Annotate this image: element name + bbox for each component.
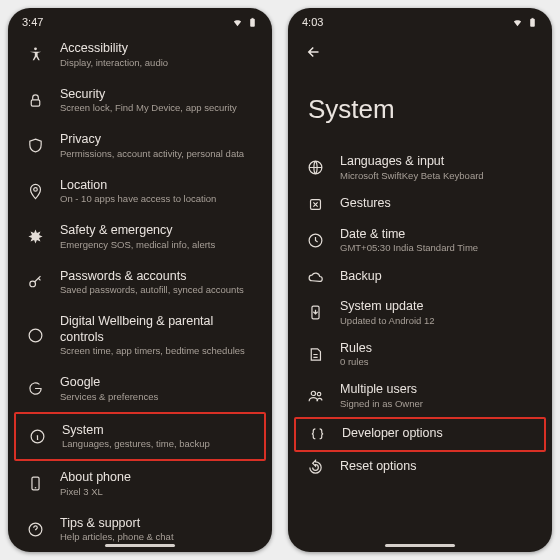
- svg-rect-3: [31, 100, 40, 106]
- wifi-icon: [512, 17, 523, 28]
- accessibility-icon: [24, 46, 46, 63]
- svg-rect-0: [250, 18, 255, 26]
- svg-point-6: [29, 329, 42, 342]
- item-security[interactable]: SecurityScreen lock, Find My Device, app…: [14, 78, 266, 124]
- back-button[interactable]: [300, 38, 328, 66]
- svg-point-5: [29, 281, 35, 287]
- rules-icon: [304, 346, 326, 363]
- braces-icon: [306, 426, 328, 443]
- item-reset[interactable]: Reset options: [294, 452, 546, 483]
- svg-rect-10: [530, 18, 535, 26]
- item-accessibility[interactable]: AccessibilityDisplay, interaction, audio: [14, 32, 266, 78]
- wifi-icon: [232, 17, 243, 28]
- cloud-icon: [304, 268, 326, 285]
- clock-icon: [304, 232, 326, 249]
- status-icons: [232, 17, 258, 28]
- item-backup[interactable]: Backup: [294, 261, 546, 292]
- item-about[interactable]: About phonePixel 3 XL: [14, 461, 266, 507]
- item-passwords[interactable]: Passwords & accountsSaved passwords, aut…: [14, 260, 266, 306]
- item-google[interactable]: GoogleServices & preferences: [14, 366, 266, 412]
- settings-list: AccessibilityDisplay, interaction, audio…: [8, 32, 272, 552]
- svg-point-4: [33, 187, 37, 191]
- item-wellbeing[interactable]: Digital Wellbeing & parental controlsScr…: [14, 305, 266, 366]
- svg-rect-1: [252, 17, 254, 18]
- svg-point-16: [311, 392, 315, 396]
- wellbeing-icon: [24, 327, 46, 344]
- emergency-icon: [24, 228, 46, 245]
- clock: 4:03: [302, 16, 323, 28]
- google-icon: [24, 380, 46, 397]
- item-safety[interactable]: Safety & emergencyEmergency SOS, medical…: [14, 214, 266, 260]
- system-list: Languages & inputMicrosoft SwiftKey Beta…: [288, 147, 552, 491]
- item-developer[interactable]: Developer options: [294, 417, 546, 452]
- title: Accessibility: [60, 41, 168, 57]
- system-screen: 4:03 System Languages & inputMicrosoft S…: [288, 8, 552, 552]
- lock-icon: [24, 92, 46, 109]
- gestures-icon: [304, 196, 326, 213]
- battery-icon: [247, 17, 258, 28]
- item-rules[interactable]: Rules0 rules: [294, 334, 546, 376]
- home-indicator[interactable]: [385, 544, 455, 547]
- clock: 3:47: [22, 16, 43, 28]
- svg-rect-11: [532, 17, 534, 18]
- item-privacy[interactable]: PrivacyPermissions, account activity, pe…: [14, 123, 266, 169]
- settings-screen: 3:47 AccessibilityDisplay, interaction, …: [8, 8, 272, 552]
- item-gestures[interactable]: Gestures: [294, 189, 546, 220]
- item-users[interactable]: Multiple usersSigned in as Owner: [294, 375, 546, 417]
- update-icon: [304, 304, 326, 321]
- item-location[interactable]: LocationOn - 10 apps have access to loca…: [14, 169, 266, 215]
- reset-icon: [304, 459, 326, 476]
- svg-point-2: [34, 48, 37, 51]
- location-icon: [24, 183, 46, 200]
- item-update[interactable]: System updateUpdated to Android 12: [294, 292, 546, 334]
- arrow-left-icon: [305, 43, 323, 61]
- item-languages[interactable]: Languages & inputMicrosoft SwiftKey Beta…: [294, 147, 546, 189]
- svg-point-17: [317, 393, 321, 397]
- item-datetime[interactable]: Date & timeGMT+05:30 India Standard Time: [294, 220, 546, 262]
- status-bar: 3:47: [8, 8, 272, 32]
- status-bar: 4:03: [288, 8, 552, 32]
- help-icon: [24, 521, 46, 538]
- page-title: System: [288, 66, 552, 147]
- info-icon: [26, 428, 48, 445]
- home-indicator[interactable]: [105, 544, 175, 547]
- users-icon: [304, 387, 326, 404]
- item-system[interactable]: SystemLanguages, gestures, time, backup: [14, 412, 266, 462]
- battery-icon: [527, 17, 538, 28]
- globe-icon: [304, 159, 326, 176]
- phone-icon: [24, 475, 46, 492]
- status-icons: [512, 17, 538, 28]
- key-icon: [24, 274, 46, 291]
- privacy-icon: [24, 137, 46, 154]
